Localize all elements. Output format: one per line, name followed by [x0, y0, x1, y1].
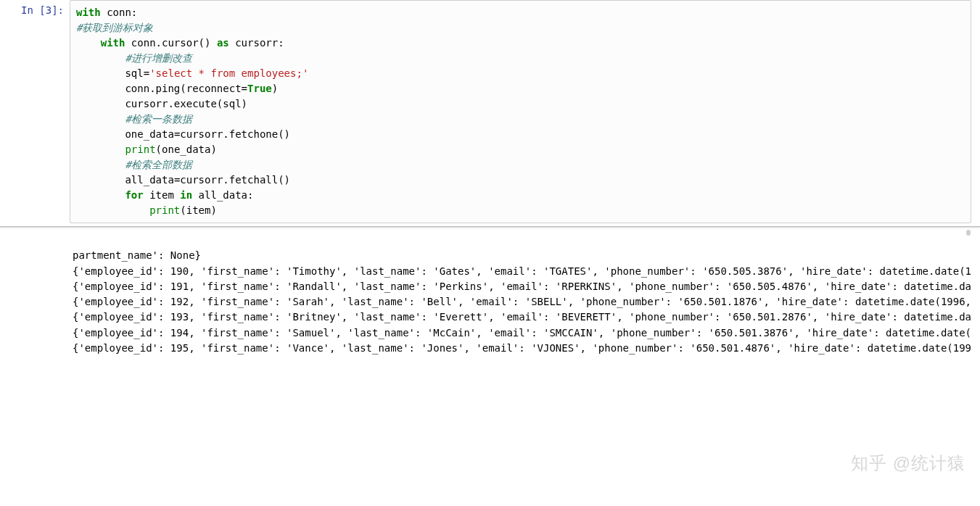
code-text: ) — [272, 83, 278, 94]
op-eq: = — [242, 83, 247, 94]
comment: #检索全部数据 — [125, 159, 192, 170]
code-text: sql — [125, 67, 143, 79]
code-text: all_data: — [192, 189, 253, 201]
keyword-as: as — [217, 37, 229, 49]
code-text: (item) — [180, 204, 217, 216]
code-text: cursorr.fetchall() — [180, 174, 290, 186]
cell-divider — [0, 226, 980, 227]
code-text: all_data — [125, 174, 173, 186]
code-text: cursorr.fetchone() — [180, 128, 290, 140]
const-true: True — [247, 83, 272, 94]
comment: #获取到游标对象 — [76, 22, 153, 33]
watermark: 知乎 @统计猿 — [851, 450, 965, 476]
comment: #检索一条数据 — [125, 113, 192, 125]
output-text: partment_name': None} {'employee_id': 19… — [73, 248, 971, 356]
fn-print: print — [125, 144, 155, 155]
keyword-in: in — [180, 189, 192, 201]
fn-print: print — [149, 204, 180, 216]
op-eq: = — [144, 67, 149, 79]
keyword-with: with — [76, 7, 101, 18]
code-editor[interactable]: with conn: #获取到游标对象 with conn.cursor() a… — [70, 0, 971, 223]
keyword-with: with — [101, 37, 125, 49]
code-cell: In [3]: with conn: #获取到游标对象 with conn.cu… — [0, 0, 980, 223]
input-prompt: In [3]: — [0, 0, 70, 223]
code-text: conn: — [101, 7, 138, 18]
code-text: item — [144, 189, 181, 201]
code-text: cursorr: — [229, 37, 284, 49]
code-text: conn.cursor() — [125, 37, 216, 49]
code-text: conn.ping(reconnect — [125, 83, 241, 94]
comment: #进行增删改查 — [125, 52, 192, 64]
output-area[interactable]: partment_name': None} {'employee_id': 19… — [70, 231, 971, 498]
string-literal: 'select * from employees;' — [149, 67, 308, 79]
code-text: (one_data) — [156, 144, 217, 155]
code-text: cursorr.execute(sql) — [125, 98, 247, 109]
keyword-for: for — [125, 189, 143, 201]
code-text: one_data — [125, 128, 173, 140]
